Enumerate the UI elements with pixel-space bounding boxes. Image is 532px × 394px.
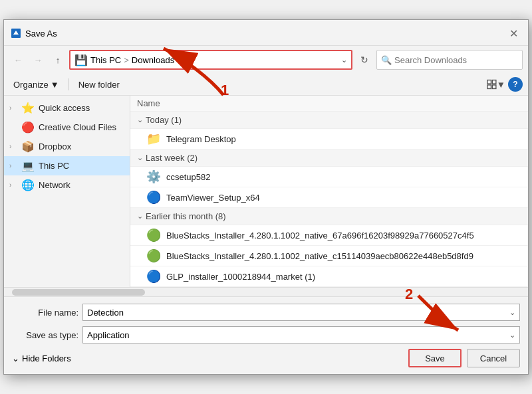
hide-folders-button[interactable]: ⌄ Hide Folders xyxy=(12,353,71,363)
search-box[interactable]: 🔍 xyxy=(376,50,523,70)
network-icon: 🌐 xyxy=(21,179,35,191)
sidebar-item-label: This PC xyxy=(39,161,124,171)
sidebar-item-label: Network xyxy=(39,180,124,190)
dialog-icon xyxy=(11,28,21,39)
svg-rect-6 xyxy=(492,80,496,84)
horizontal-scrollbar[interactable] xyxy=(4,287,528,296)
refresh-button[interactable]: ↻ xyxy=(355,50,374,69)
expand-icon: › xyxy=(9,181,17,189)
address-row: ← → ↑ 💾 This PC > Downloads ⌄ ↻ 🔍 xyxy=(4,46,528,74)
view-icon xyxy=(487,79,497,90)
file-group-last-week[interactable]: ⌄ Last week (2) xyxy=(130,149,528,167)
file-row-telegram[interactable]: 📁 Telegram Desktop xyxy=(130,129,528,149)
toolbar-row: Organize ▼ New folder ▼ ? xyxy=(4,74,528,96)
title-bar-left: Save As xyxy=(11,28,57,39)
address-dropdown-button[interactable]: ⌄ xyxy=(341,56,347,64)
pc-icon: 💾 xyxy=(74,54,88,66)
hide-folders-label: Hide Folders xyxy=(22,353,71,363)
close-button[interactable]: ✕ xyxy=(504,24,523,43)
up-button[interactable]: ↑ xyxy=(49,51,66,68)
main-content: › ⭐ Quick access 🔴 Creative Cloud Files … xyxy=(4,96,528,287)
new-folder-button[interactable]: New folder xyxy=(74,78,124,92)
view-options-button[interactable]: ▼ xyxy=(487,76,505,92)
quick-access-icon: ⭐ xyxy=(21,102,35,114)
title-bar: Save As ✕ xyxy=(4,20,528,46)
path-sep-1: > xyxy=(124,55,129,65)
file-list-container: Name ⌄ Today (1) 📁 Telegram Desktop ⌄ La… xyxy=(130,96,528,287)
toolbar-right: ▼ ? xyxy=(487,76,523,92)
cc-icon: 🔴 xyxy=(21,121,35,134)
savetype-input-container[interactable]: Application ⌄ xyxy=(82,326,520,344)
path-downloads: Downloads xyxy=(132,55,174,65)
back-button[interactable]: ← xyxy=(9,51,27,68)
file-row-bluestacks-1[interactable]: 🟢 BlueStacks_Installer_4.280.1.1002_nati… xyxy=(130,225,528,246)
save-button[interactable]: Save xyxy=(408,349,462,367)
hscroll-thumb[interactable] xyxy=(12,289,145,296)
file-name: BlueStacks_Installer_4.280.1.1002_native… xyxy=(166,251,473,261)
new-folder-label: New folder xyxy=(78,80,120,90)
path-this-pc: This PC xyxy=(90,55,121,65)
cancel-button[interactable]: Cancel xyxy=(467,349,520,367)
savetype-label: Save as type: xyxy=(12,330,78,340)
chevron-down-icon: ⌄ xyxy=(12,353,19,363)
sidebar-item-dropbox[interactable]: › 📦 Dropbox xyxy=(4,137,130,156)
filename-label: File name: xyxy=(12,308,78,318)
expand-icon: › xyxy=(9,143,17,150)
sidebar-item-label: Dropbox xyxy=(39,142,124,151)
savetype-value: Application xyxy=(87,330,130,340)
file-row-bluestacks-2[interactable]: 🟢 BlueStacks_Installer_4.280.1.1002_nati… xyxy=(130,246,528,266)
svg-rect-7 xyxy=(487,85,491,89)
sidebar-item-network[interactable]: › 🌐 Network xyxy=(4,175,130,195)
search-input[interactable] xyxy=(394,55,518,65)
filename-dropdown-icon: ⌄ xyxy=(509,308,515,317)
file-group-today[interactable]: ⌄ Today (1) xyxy=(130,112,528,129)
sidebar-item-quick-access[interactable]: › ⭐ Quick access xyxy=(4,98,130,118)
view-dropdown-icon: ▼ xyxy=(497,80,505,90)
file-list: Name ⌄ Today (1) 📁 Telegram Desktop ⌄ La… xyxy=(130,96,528,287)
file-row-ccsetup[interactable]: ⚙️ ccsetup582 xyxy=(130,167,528,187)
form-actions: ⌄ Hide Folders Save Cancel xyxy=(12,349,520,367)
help-button[interactable]: ? xyxy=(508,77,523,92)
sidebar-item-label: Creative Cloud Files xyxy=(39,122,124,132)
file-row-teamviewer[interactable]: 🔵 TeamViewer_Setup_x64 xyxy=(130,187,528,208)
file-name: TeamViewer_Setup_x64 xyxy=(166,193,260,203)
exe-icon: ⚙️ xyxy=(146,169,161,184)
address-bar[interactable]: 💾 This PC > Downloads ⌄ xyxy=(69,50,352,70)
search-icon: 🔍 xyxy=(381,55,392,65)
group-label-earlier: Earlier this month (8) xyxy=(146,211,226,221)
chevron-down-icon: ⌄ xyxy=(137,212,143,221)
forward-button[interactable]: → xyxy=(29,51,47,68)
savetype-dropdown-icon: ⌄ xyxy=(509,331,515,340)
group-label-today: Today (1) xyxy=(146,115,182,125)
sidebar-item-this-pc[interactable]: › 💻 This PC xyxy=(4,156,130,175)
file-name: Telegram Desktop xyxy=(166,134,236,144)
bluestacks-icon-2: 🟢 xyxy=(146,248,161,263)
sidebar-item-creative-cloud[interactable]: 🔴 Creative Cloud Files xyxy=(4,118,130,137)
svg-rect-8 xyxy=(492,85,496,89)
organize-button[interactable]: Organize ▼ xyxy=(9,78,63,92)
glp-icon: 🔵 xyxy=(146,269,161,284)
filename-row: File name: Detection ⌄ xyxy=(12,304,520,321)
this-pc-icon: 💻 xyxy=(21,159,35,172)
filename-value: Detection xyxy=(87,308,124,318)
organize-label: Organize xyxy=(13,80,49,90)
dialog-title: Save As xyxy=(25,29,57,39)
sidebar-item-label: Quick access xyxy=(39,103,124,113)
bluestacks-icon-1: 🟢 xyxy=(146,228,161,243)
chevron-down-icon: ⌄ xyxy=(137,153,143,162)
filename-input-container[interactable]: Detection ⌄ xyxy=(82,304,520,321)
organize-dropdown-icon: ▼ xyxy=(51,80,59,90)
chevron-down-icon: ⌄ xyxy=(137,116,143,124)
file-list-header: Name xyxy=(130,96,528,112)
address-path: This PC > Downloads xyxy=(90,55,174,65)
expand-icon: › xyxy=(9,162,17,169)
file-name: ccsetup582 xyxy=(166,172,211,182)
file-group-earlier[interactable]: ⌄ Earlier this month (8) xyxy=(130,208,528,225)
expand-icon: › xyxy=(9,104,17,112)
file-name: GLP_installer_1000218944_market (1) xyxy=(166,272,315,282)
file-row-glp[interactable]: 🔵 GLP_installer_1000218944_market (1) xyxy=(130,266,528,287)
left-nav: › ⭐ Quick access 🔴 Creative Cloud Files … xyxy=(4,96,130,287)
svg-rect-5 xyxy=(487,80,491,84)
group-label-last-week: Last week (2) xyxy=(146,153,198,163)
folder-icon: 📁 xyxy=(146,132,161,146)
